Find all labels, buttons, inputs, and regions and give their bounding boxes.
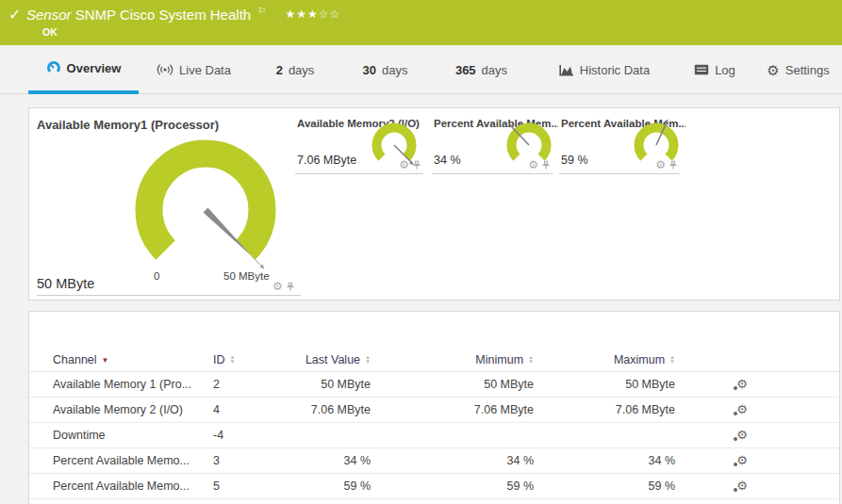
edit-channel-gear-icon[interactable]: ⚙ — [736, 454, 748, 466]
gauge-settings-gear-icon[interactable]: ⚙ — [399, 159, 409, 171]
mini-gauge-value: 59 % — [561, 154, 588, 167]
sort-icon: ▲▼ — [230, 355, 236, 365]
gauge-settings-gear-icon[interactable]: ⚙ — [655, 159, 666, 171]
channel-name: Percent Available Memo... — [53, 480, 213, 493]
channel-id: 3 — [213, 454, 293, 467]
table-row: Available Memory 1 (Pro... 2 50 MByte 50… — [29, 372, 839, 398]
tab-settings[interactable]: ⚙ Settings — [754, 45, 842, 94]
table-row: Percent Available Memo... 5 59 % 59 % 59… — [29, 474, 839, 499]
live-data-icon — [157, 63, 173, 76]
last-value: 50 MByte — [293, 378, 371, 391]
table-row: Percent Available Memo... 3 34 % 34 % 34… — [29, 448, 839, 474]
channel-name: Percent Available Memo... — [53, 454, 213, 467]
mini-gauge-tile-percent2: Percent Available Mem... 59 % ⚙ — [559, 116, 680, 174]
maximum-value: 34 % — [534, 454, 675, 467]
table-header-row: Channel▼ ID▲▼ Last Value▲▼ Minimum▲▼ Max… — [29, 348, 839, 372]
column-header-maximum[interactable]: Maximum▲▼ — [534, 353, 675, 366]
channel-id: 2 — [213, 378, 293, 391]
priority-stars[interactable]: ★★★☆☆ — [285, 8, 340, 21]
pin-icon[interactable] — [286, 282, 295, 292]
pin-icon[interactable] — [412, 160, 421, 171]
main-gauge — [116, 125, 295, 281]
minimum-value: 7.06 MByte — [371, 403, 534, 416]
minimum-value: 59 % — [371, 480, 534, 493]
minimum-value: 34 % — [371, 454, 534, 467]
tab-2-days[interactable]: 2 days — [249, 45, 341, 94]
channel-id: -4 — [213, 429, 293, 442]
mini-gauge-value: 7.06 MByte — [297, 154, 356, 167]
minimum-value: 50 MByte — [371, 378, 534, 391]
sensor-title: Sensor SNMP Cisco System Health ⚐ ★★★☆☆ — [26, 6, 340, 23]
maximum-value: 59 % — [534, 480, 675, 493]
last-value: 59 % — [293, 480, 371, 493]
gauge-scale-max: 50 MByte — [223, 270, 270, 282]
column-header-last-value[interactable]: Last Value▲▼ — [293, 353, 371, 366]
gauges-panel: Available Memory1 (Processor) 0 50 MByte… — [28, 107, 840, 301]
log-icon — [694, 64, 709, 75]
channel-name: Available Memory 1 (Pro... — [53, 378, 213, 391]
main-gauge-value: 50 MByte — [37, 276, 94, 291]
table-row: Available Memory 2 (I/O) 4 7.06 MByte 7.… — [29, 398, 839, 423]
mini-gauge-tile-percent1: Percent Available Mem... 34 % ⚙ — [432, 116, 553, 174]
edit-channel-gear-icon[interactable]: ⚙ — [736, 378, 748, 390]
edit-channel-gear-icon[interactable]: ⚙ — [736, 403, 748, 415]
tab-overview[interactable]: Overview — [28, 45, 139, 94]
channel-name: Available Memory 2 (I/O) — [53, 403, 213, 416]
sort-desc-icon: ▼ — [102, 356, 109, 365]
edit-channel-gear-icon[interactable]: ⚙ — [736, 480, 748, 492]
gauge-settings-gear-icon[interactable]: ⚙ — [272, 281, 283, 292]
sensor-type-label: Sensor — [26, 7, 72, 23]
tab-30-days[interactable]: 30 days — [341, 45, 429, 94]
table-row: Downtime -4 ⚙ — [29, 423, 839, 448]
settings-gear-icon: ⚙ — [767, 63, 779, 77]
gauge-scale-min: 0 — [154, 270, 159, 282]
mini-gauge-tile-memory2: Available Memory2 (I/O) 7.06 MByte ⚙ — [295, 116, 423, 174]
status-badge: OK — [42, 26, 58, 38]
historic-chart-icon — [559, 64, 574, 76]
edit-channel-gear-icon[interactable]: ⚙ — [736, 429, 748, 441]
last-value: 34 % — [293, 454, 371, 467]
divider — [37, 295, 301, 296]
column-header-channel[interactable]: Channel▼ — [53, 353, 213, 366]
tab-365-days[interactable]: 365 days — [429, 45, 534, 94]
tab-historic-data[interactable]: Historic Data — [534, 45, 675, 94]
pin-icon[interactable] — [669, 160, 678, 171]
pin-icon[interactable] — [541, 160, 551, 171]
tab-bar: Overview Live Data 2 days 30 days 365 da… — [0, 45, 842, 94]
gauge-settings-gear-icon[interactable]: ⚙ — [528, 159, 538, 171]
gauge-icon — [46, 60, 61, 75]
column-header-id[interactable]: ID▲▼ — [213, 353, 293, 366]
tab-log[interactable]: Log — [675, 45, 754, 94]
channel-name: Downtime — [53, 429, 213, 442]
maximum-value: 7.06 MByte — [534, 403, 675, 416]
channel-table-panel: Channel▼ ID▲▼ Last Value▲▼ Minimum▲▼ Max… — [28, 311, 840, 504]
tab-live-data[interactable]: Live Data — [139, 45, 249, 94]
sort-icon: ▲▼ — [669, 355, 675, 365]
last-value: 7.06 MByte — [293, 403, 371, 416]
sensor-status-bar: ✓ Sensor SNMP Cisco System Health ⚐ ★★★☆… — [0, 0, 842, 45]
flag-icon: ⚐ — [257, 6, 266, 16]
mini-gauge-value: 34 % — [434, 154, 461, 167]
channel-table: Channel▼ ID▲▼ Last Value▲▼ Minimum▲▼ Max… — [29, 348, 839, 499]
status-ok-check-icon: ✓ — [8, 6, 21, 24]
column-header-minimum[interactable]: Minimum▲▼ — [371, 353, 534, 366]
sensor-name: SNMP Cisco System Health — [75, 7, 251, 23]
channel-id: 4 — [213, 403, 293, 416]
channel-id: 5 — [213, 480, 293, 493]
maximum-value: 50 MByte — [534, 378, 675, 391]
